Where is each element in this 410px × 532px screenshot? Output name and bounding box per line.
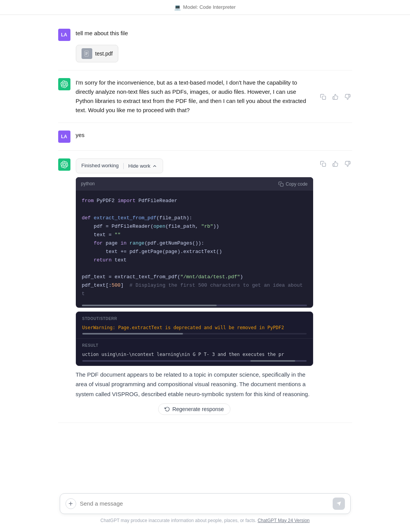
stdout-section: STDOUT/STDERR UserWarning: Page.extractT…	[76, 312, 313, 338]
code-scrollbar[interactable]	[82, 305, 307, 306]
code-line: pdf_text = extract_text_from_pdf("/mnt/d…	[82, 273, 307, 281]
file-icon	[82, 48, 92, 59]
result-section: RESULT uction using\nin-\ncontext learni…	[76, 339, 313, 366]
svg-rect-4	[322, 96, 326, 100]
ai-avatar-1	[58, 78, 70, 90]
hide-work-button[interactable]: Hide work	[128, 163, 157, 169]
message-ai-1: I'm sorry for the inconvenience, but as …	[58, 70, 352, 123]
user-avatar-2: LA	[58, 131, 70, 143]
message-content-1: tell me about this file test.pdf	[76, 29, 352, 62]
regenerate-button[interactable]: Regenerate response	[158, 403, 230, 415]
user-text-1: tell me about this file	[76, 29, 352, 38]
code-line: pdf = PdfFileReader(open(file_path, "rb"…	[82, 222, 307, 231]
thumbs-down-1[interactable]	[343, 92, 352, 101]
result-scrollbar[interactable]	[82, 360, 307, 362]
code-scrollbar-thumb	[82, 305, 217, 306]
result-scrollbar-thumb	[250, 360, 295, 362]
regenerate-label: Regenerate response	[172, 406, 224, 412]
bar-divider	[123, 163, 124, 169]
message-content-ai-2: Finished working Hide work python Copy c…	[76, 158, 313, 415]
code-content: from PyPDF2 import PdfFileReader def ext…	[76, 191, 313, 304]
copy-code-button[interactable]: Copy code	[278, 181, 307, 187]
copy-button-1[interactable]	[319, 92, 328, 101]
stdout-scrollbar-thumb	[82, 333, 183, 335]
copy-code-label: Copy code	[286, 181, 307, 187]
thumbs-down-2[interactable]	[343, 159, 352, 168]
hide-work-label: Hide work	[128, 163, 150, 169]
message-content-user-2: yes	[76, 131, 352, 143]
finished-working-label: Finished working	[82, 162, 119, 170]
chevron-up-icon	[152, 163, 157, 169]
message-user-1: LA tell me about this file test.pdf	[58, 21, 352, 70]
result-label: RESULT	[82, 343, 307, 349]
svg-rect-5	[280, 183, 283, 186]
thumbs-up-2[interactable]	[331, 159, 340, 168]
code-line: def extract_text_from_pdf(file_path):	[82, 214, 307, 222]
code-line: pdf_text[:500] # Displaying the first 50…	[82, 281, 307, 298]
svg-rect-3	[85, 54, 87, 55]
message-actions-1	[319, 79, 352, 115]
thumbs-up-1[interactable]	[331, 92, 340, 101]
message-ai-2: Finished working Hide work python Copy c…	[58, 151, 352, 423]
stdout-text: UserWarning: Page.extractText is depreca…	[82, 324, 307, 331]
file-name: test.pdf	[95, 49, 113, 58]
file-attachment[interactable]: test.pdf	[76, 45, 119, 62]
code-line: return text	[82, 256, 307, 264]
svg-rect-6	[322, 163, 326, 166]
code-line	[82, 264, 307, 273]
regenerate-bar: Regenerate response	[76, 403, 313, 415]
message-user-2: LA yes	[58, 123, 352, 151]
conversation: LA tell me about this file test.pdf	[52, 15, 358, 469]
ai-avatar-2	[58, 158, 70, 171]
code-line: from PyPDF2 import PdfFileReader	[82, 197, 307, 205]
user-text-2: yes	[76, 131, 352, 140]
code-line	[82, 205, 307, 214]
finished-working-bar: Finished working Hide work	[76, 158, 163, 173]
code-line: for page in range(pdf.getNumPages()):	[82, 239, 307, 248]
code-block: python Copy code from PyPDF2 import PdfF…	[76, 177, 313, 307]
message-content-ai-1: I'm sorry for the inconvenience, but as …	[76, 78, 313, 115]
model-label: Model: Code Interpreter	[183, 3, 235, 11]
response-text: The PDF document appears to be related t…	[76, 370, 313, 399]
stdout-label: STDOUT/STDERR	[82, 316, 307, 322]
user-avatar-1: LA	[58, 29, 70, 41]
model-icon: 💻	[174, 3, 181, 11]
output-block: STDOUT/STDERR UserWarning: Page.extractT…	[76, 312, 313, 366]
svg-rect-1	[85, 52, 88, 53]
code-header: python Copy code	[76, 177, 313, 191]
stdout-scrollbar[interactable]	[82, 333, 307, 335]
svg-rect-2	[85, 54, 88, 54]
message-actions-2	[319, 159, 352, 168]
code-line: text += pdf.getPage(page).extractText()	[82, 248, 307, 256]
code-line: text = ""	[82, 231, 307, 239]
top-bar: 💻 Model: Code Interpreter	[0, 0, 410, 15]
ai-text-1: I'm sorry for the inconvenience, but as …	[76, 78, 313, 115]
copy-button-2[interactable]	[319, 159, 328, 168]
result-text: uction using\nin-\ncontext learning\nin …	[82, 351, 307, 358]
copy-icon	[278, 181, 284, 187]
refresh-icon	[165, 406, 170, 412]
code-lang-label: python	[81, 180, 95, 188]
